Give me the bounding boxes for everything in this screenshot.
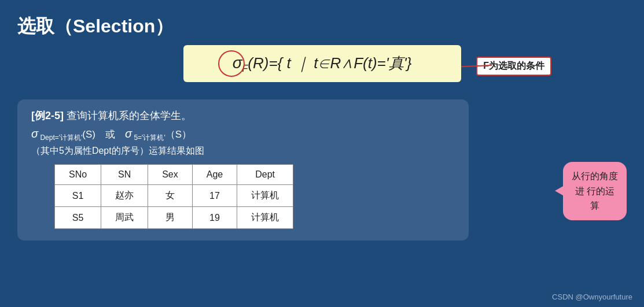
table-cell: 赵亦 (101, 185, 148, 207)
col-sno: SNo (55, 165, 101, 185)
table-cell: 周武 (101, 207, 148, 229)
sigma-symbol: σ (233, 54, 242, 72)
side-bubble-text: 从行的角度进 行的运算 (572, 171, 618, 210)
table-cell: S5 (55, 207, 101, 229)
main-container: 选取（Selection） F为选取的条件 σF(R)={ t ｜ t∈R∧F(… (0, 0, 644, 307)
example-title: [例2-5] 查询计算机系的全体学生。 (31, 109, 455, 123)
table-cell: 19 (192, 207, 237, 229)
formula-box: σF(R)={ t ｜ t∈R∧F(t)='真'} (183, 45, 461, 82)
table-row: S1赵亦女17计算机 (55, 185, 293, 207)
table-cell: 17 (192, 185, 237, 207)
watermark: CSDN @Ownyourfuture (552, 293, 632, 301)
result-table: SNo SN Sex Age Dept S1赵亦女17计算机S5周武男19计算机 (54, 164, 293, 229)
table-cell: S1 (55, 185, 101, 207)
formula-expression: (R)={ t ｜ t∈R∧F(t)='真'} (248, 54, 411, 72)
s-symbol1: (S) 或 (82, 129, 125, 140)
sigma-sub: F (242, 64, 248, 73)
col-sn: SN (101, 165, 148, 185)
sigma-symbol3: σ (125, 127, 132, 140)
example-label: [例2-5] (31, 110, 64, 121)
sigma-symbol2: σ (31, 127, 38, 140)
formula-area: F为选取的条件 σF(R)={ t ｜ t∈R∧F(t)='真'} (17, 45, 627, 91)
example-box: [例2-5] 查询计算机系的全体学生。 σ Dept='计算机'(S) 或 σ … (17, 99, 469, 241)
table-cell: 男 (148, 207, 193, 229)
f-annotation: F为选取的条件 (476, 57, 551, 76)
s-symbol2: （S） (165, 129, 192, 140)
example-description: 查询计算机系的全体学生。 (67, 110, 192, 121)
table-cell: 计算机 (237, 185, 293, 207)
table-cell: 计算机 (237, 207, 293, 229)
col-sex: Sex (148, 165, 193, 185)
col-age: Age (192, 165, 237, 185)
example-note: （其中5为属性Dept的序号）运算结果如图 (31, 145, 455, 157)
dept-sub: Dept='计算机' (38, 134, 82, 142)
page-title: 选取（Selection） (17, 14, 627, 39)
table-row: S5周武男19计算机 (55, 207, 293, 229)
col-dept: Dept (237, 165, 293, 185)
formula-text: σF(R)={ t ｜ t∈R∧F(t)='真'} (233, 54, 412, 72)
example-formula: σ Dept='计算机'(S) 或 σ 5='计算机'（S） (31, 127, 455, 143)
table-header-row: SNo SN Sex Age Dept (55, 165, 293, 185)
table-cell: 女 (148, 185, 193, 207)
num-sub: 5='计算机' (132, 134, 165, 142)
side-bubble: 从行的角度进 行的运算 (563, 162, 627, 220)
